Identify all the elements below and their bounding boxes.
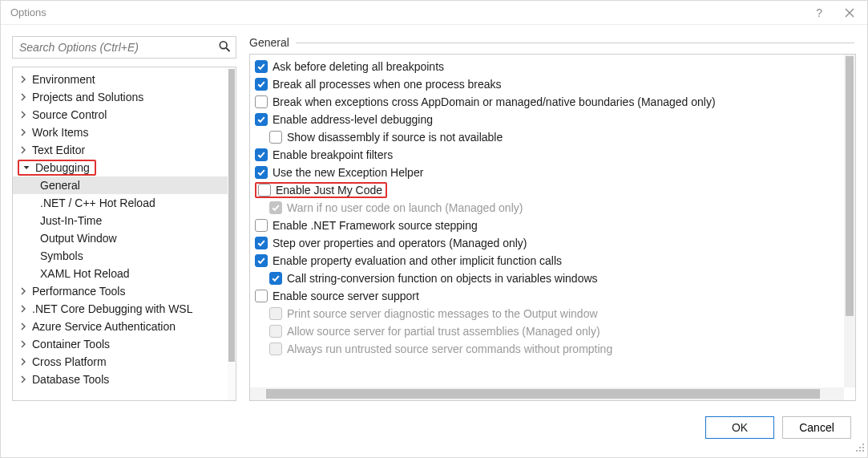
tree-item-label: Output Window [40,232,117,245]
option-row[interactable]: Enable source server support [255,287,839,305]
checkbox[interactable] [255,254,268,267]
chevron-right-icon[interactable] [18,356,29,367]
tree-item[interactable]: Environment [13,71,228,88]
checkbox[interactable] [255,113,268,126]
checkbox[interactable] [255,219,268,232]
highlight-box: Debugging [18,160,96,176]
tree-item[interactable]: .NET / C++ Hot Reload [13,194,228,212]
option-row[interactable]: Break when exceptions cross AppDomain or… [255,93,839,111]
ok-button[interactable]: OK [705,416,774,439]
panel-title: General [249,36,289,49]
search-input[interactable] [13,37,236,58]
chevron-right-icon[interactable] [18,321,29,332]
checkbox[interactable] [255,95,268,108]
tree-item[interactable]: Cross Platform [13,353,228,371]
checkbox[interactable] [258,184,271,197]
chevron-right-icon[interactable] [18,286,29,297]
tree-item[interactable]: Source Control [13,106,228,124]
tree-item[interactable]: Azure Service Authentication [13,318,228,335]
tree-item[interactable]: Database Tools [13,371,228,388]
tree-item-label: Symbols [40,249,83,262]
resize-grip-icon[interactable] [855,442,865,455]
option-label: Always run untrusted source server comma… [287,342,612,355]
tree-item-label: Performance Tools [32,285,125,298]
option-label: Call string-conversion function on objec… [287,272,598,285]
option-label: Break when exceptions cross AppDomain or… [273,95,716,108]
checkbox[interactable] [255,60,268,73]
tree-item[interactable]: Symbols [13,247,228,265]
settings-vscrollbar[interactable] [844,55,855,387]
tree-item-label: Projects and Solutions [32,91,143,103]
chevron-right-icon[interactable] [18,303,29,314]
tree-item[interactable]: General [13,176,228,194]
tree-item[interactable]: Just-In-Time [13,212,228,229]
tree-item[interactable]: Work Items [13,124,228,141]
checkbox[interactable] [255,148,268,161]
option-label: Warn if no user code on launch (Managed … [287,201,523,214]
option-row[interactable]: Step over properties and operators (Mana… [255,234,839,252]
option-row[interactable]: Enable property evaluation and other imp… [255,252,839,270]
checkbox[interactable] [255,290,268,302]
option-label: Enable breakpoint filters [273,148,393,161]
chevron-right-icon[interactable] [18,127,29,138]
close-icon[interactable] [845,8,854,18]
tree-scrollbar[interactable] [228,67,236,400]
checkbox[interactable] [255,78,268,91]
tree-item[interactable]: Performance Tools [13,282,228,300]
help-icon[interactable]: ? [816,6,822,19]
svg-point-7 [856,450,858,452]
tree-item-label: Database Tools [32,373,109,386]
tree-scroll[interactable]: EnvironmentProjects and SolutionsSource … [13,67,228,400]
divider [296,43,854,43]
option-label: Enable source server support [273,290,419,302]
chevron-right-icon[interactable] [18,338,29,350]
chevron-right-icon[interactable] [18,91,29,103]
option-row[interactable]: Use the new Exception Helper [255,164,839,181]
option-label: Use the new Exception Helper [273,166,423,179]
tree-item[interactable]: .NET Core Debugging with WSL [13,300,228,318]
settings-scroll[interactable]: Ask before deleting all breakpointsBreak… [250,55,844,387]
svg-point-2 [862,444,864,445]
tree-item[interactable]: Output Window [13,229,228,247]
chevron-down-icon[interactable] [21,162,32,173]
chevron-right-icon[interactable] [18,144,29,156]
option-row[interactable]: Break all processes when one process bre… [255,75,839,93]
option-row[interactable]: Enable Just My Code [255,181,839,199]
checkbox[interactable] [269,131,282,144]
settings-vscrollbar-thumb[interactable] [846,56,854,316]
tree-item-label: Source Control [32,108,107,121]
option-row[interactable]: Show disassembly if source is not availa… [255,128,839,146]
tree-item[interactable]: XAML Hot Reload [13,265,228,282]
option-row[interactable]: Ask before deleting all breakpoints [255,58,839,75]
title-bar: Options ? [1,1,867,25]
chevron-right-icon[interactable] [18,74,29,85]
right-column: General Ask before deleting all breakpoi… [249,36,856,401]
checkbox [269,201,282,214]
option-row[interactable]: Enable .NET Framework source stepping [255,217,839,234]
tree-item[interactable]: Debugging [13,159,228,176]
option-row[interactable]: Enable address-level debugging [255,111,839,128]
checkbox[interactable] [255,237,268,249]
tree-item-label: Cross Platform [32,355,107,368]
option-label: Allow source server for partial trust as… [287,325,600,338]
option-label: Enable .NET Framework source stepping [273,219,478,232]
chevron-right-icon[interactable] [18,109,29,120]
option-row[interactable]: Enable breakpoint filters [255,146,839,164]
tree-item[interactable]: Text Editor [13,141,228,159]
search-icon[interactable] [218,40,231,55]
svg-point-6 [859,450,861,452]
checkbox [269,307,282,320]
checkbox[interactable] [255,166,268,179]
cancel-button[interactable]: Cancel [782,416,851,439]
tree-item-label: Text Editor [32,144,85,156]
settings-hscrollbar[interactable] [250,387,844,400]
checkbox[interactable] [269,272,282,285]
tree-scrollbar-thumb[interactable] [228,69,235,362]
tree-item[interactable]: Container Tools [13,335,228,353]
checkbox [269,342,282,355]
option-row: Print source server diagnostic messages … [255,305,839,322]
settings-hscrollbar-thumb[interactable] [266,389,820,399]
tree-item[interactable]: Projects and Solutions [13,88,228,106]
chevron-right-icon[interactable] [18,374,29,385]
option-row[interactable]: Call string-conversion function on objec… [255,270,839,287]
